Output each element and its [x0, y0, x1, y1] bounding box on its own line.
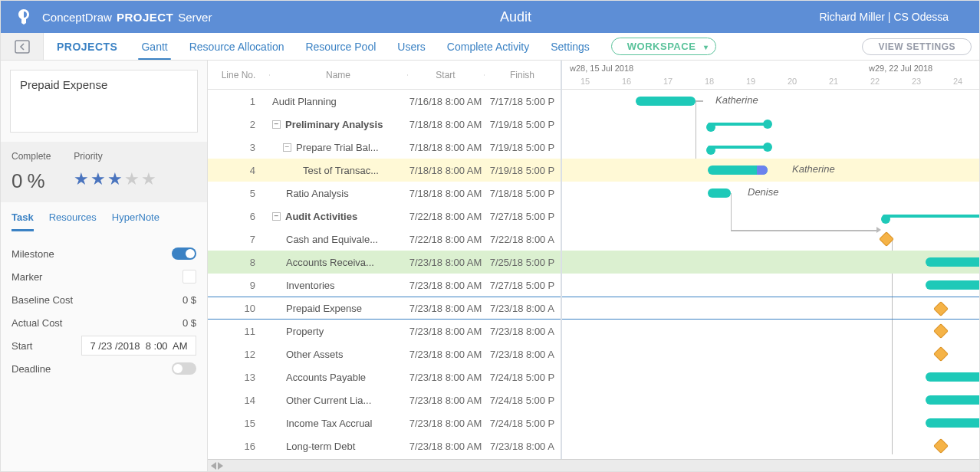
projects-link[interactable]: PROJECTS — [44, 41, 130, 53]
gantt-summary-bar[interactable] — [883, 215, 979, 218]
gantt-row[interactable] — [562, 320, 979, 343]
task-row[interactable]: 1Audit Planning7/16/18 8:00 AM7/17/18 5:… — [208, 90, 561, 113]
gantt-row[interactable] — [562, 136, 979, 159]
tab-users[interactable]: Users — [386, 33, 436, 60]
gantt-summary-bar[interactable] — [708, 123, 768, 126]
task-name-cell: Accounts Receiva... — [269, 257, 407, 268]
gantt-row[interactable]: Denise — [562, 182, 979, 205]
subtab-task[interactable]: Task — [12, 211, 34, 231]
timeline-tick: 22 — [870, 77, 880, 86]
gantt-bar[interactable] — [708, 166, 768, 175]
subtab-hypernote[interactable]: HyperNote — [112, 211, 159, 231]
gantt-bar[interactable] — [926, 280, 979, 290]
user-name: Richard Miller — [819, 11, 885, 23]
task-start: 7/23/18 8:00 AM — [407, 395, 484, 406]
gantt-bar[interactable] — [926, 395, 979, 405]
task-row[interactable]: 12Other Assets7/23/18 8:00 AM7/23/18 8:0… — [208, 343, 561, 365]
view-settings-button[interactable]: VIEW SETTINGS — [862, 38, 972, 55]
complete-unit: % — [27, 169, 44, 193]
subtab-resources[interactable]: Resources — [49, 211, 97, 231]
deadline-toggle[interactable] — [172, 362, 196, 375]
expand-toggle-icon[interactable]: − — [283, 143, 291, 152]
tab-complete-activity[interactable]: Complete Activity — [436, 33, 540, 60]
gantt-bar[interactable] — [926, 418, 979, 428]
milestone-diamond-icon[interactable] — [933, 346, 949, 362]
task-row[interactable]: 16Long-term Debt7/23/18 8:00 AM7/23/18 8… — [208, 434, 561, 457]
col-name[interactable]: Name — [269, 70, 407, 80]
col-finish[interactable]: Finish — [484, 70, 561, 80]
task-row[interactable]: 4Test of Transac...7/18/18 8:00 AM7/19/1… — [208, 159, 561, 182]
tab-resource-pool[interactable]: Resource Pool — [294, 33, 386, 60]
task-row[interactable]: 11Property7/23/18 8:00 AM7/23/18 8:00 A — [208, 320, 561, 343]
workspace-dropdown[interactable]: WORKSPACE ▾ — [611, 38, 716, 55]
user-identity[interactable]: Richard Miller | CS Odessa — [819, 11, 949, 23]
gantt-row[interactable] — [562, 434, 979, 457]
gantt-row[interactable] — [562, 205, 979, 228]
task-row[interactable]: 8Accounts Receiva...7/23/18 8:00 AM7/25/… — [208, 251, 561, 274]
task-name-cell: Other Current Lia... — [269, 395, 407, 406]
star-icon[interactable]: ★ — [74, 169, 89, 189]
task-row[interactable]: 15Income Tax Accrual7/23/18 8:00 AM7/24/… — [208, 411, 561, 434]
gantt-chart[interactable]: w28, 15 Jul 2018 w29, 22 Jul 2018 151617… — [562, 61, 979, 459]
gantt-row[interactable] — [562, 365, 979, 388]
selected-task-name[interactable]: Prepaid Expense — [10, 70, 198, 133]
horizontal-scrollbar[interactable] — [208, 459, 979, 471]
marker-label: Marker — [12, 271, 42, 283]
milestone-diamond-icon[interactable] — [933, 438, 949, 454]
col-line-no[interactable]: Line No. — [208, 70, 269, 80]
expand-toggle-icon[interactable]: − — [272, 212, 281, 221]
task-row[interactable]: 5Ratio Analysis7/18/18 8:00 AM7/18/18 5:… — [208, 182, 561, 205]
gantt-summary-bar[interactable] — [708, 146, 768, 149]
milestone-diamond-icon[interactable] — [933, 323, 949, 339]
task-row[interactable]: 14Other Current Lia...7/23/18 8:00 AM7/2… — [208, 388, 561, 411]
tab-resource-allocation[interactable]: Resource Allocation — [179, 33, 295, 60]
gantt-bar[interactable] — [636, 97, 696, 106]
gantt-row[interactable]: Katherine — [562, 159, 979, 182]
milestone-toggle[interactable] — [172, 247, 196, 260]
gantt-row[interactable] — [562, 297, 979, 320]
task-row[interactable]: 2−Preliminary Analysis7/18/18 8:00 AM7/1… — [208, 113, 561, 136]
marker-color-picker[interactable] — [183, 270, 196, 284]
tab-settings[interactable]: Settings — [540, 33, 600, 60]
milestone-diamond-icon[interactable] — [933, 301, 949, 316]
actual-cost-value: 0 $ — [183, 317, 196, 329]
gantt-row[interactable]: Katherine — [562, 90, 979, 113]
expand-toggle-icon[interactable]: − — [272, 120, 281, 129]
task-row[interactable]: 7Cash and Equivale...7/22/18 8:00 AM7/22… — [208, 228, 561, 251]
gantt-bar[interactable] — [926, 257, 979, 267]
gantt-bar[interactable] — [926, 372, 979, 382]
user-org: CS Odessa — [893, 11, 949, 23]
task-row[interactable]: 3−Prepare Trial Bal...7/18/18 8:00 AM7/1… — [208, 136, 561, 159]
tab-gantt[interactable]: Gantt — [130, 33, 178, 60]
task-name: Property — [286, 326, 324, 337]
start-date-input[interactable] — [81, 336, 196, 356]
task-name: Audit Activities — [285, 211, 357, 222]
gantt-row[interactable] — [562, 343, 979, 365]
task-finish: 7/18/18 5:00 P — [484, 188, 561, 199]
task-row[interactable]: 9Inventories7/23/18 8:00 AM7/27/18 5:00 … — [208, 274, 561, 297]
gantt-row[interactable] — [562, 274, 979, 297]
collapse-sidebar-button[interactable] — [1, 33, 44, 60]
task-row[interactable]: 6−Audit Activities7/22/18 8:00 AM7/27/18… — [208, 205, 561, 228]
star-icon[interactable]: ★ — [124, 169, 140, 189]
task-name: Prepare Trial Bal... — [296, 142, 379, 153]
gantt-row[interactable] — [562, 388, 979, 411]
star-icon[interactable]: ★ — [90, 169, 106, 189]
gantt-row[interactable] — [562, 228, 979, 251]
task-row[interactable]: 10Prepaid Expense7/23/18 8:00 AM7/23/18 … — [208, 297, 561, 320]
gantt-row[interactable] — [562, 251, 979, 274]
task-row[interactable]: 13Accounts Payable7/23/18 8:00 AM7/24/18… — [208, 365, 561, 388]
gantt-row[interactable] — [562, 411, 979, 434]
complete-value[interactable]: 0 — [12, 169, 22, 193]
task-finish: 7/19/18 5:00 P — [484, 165, 561, 176]
scroll-nav-buttons[interactable] — [211, 462, 223, 470]
timeline-tick: 16 — [622, 77, 631, 86]
gantt-bar[interactable] — [708, 188, 731, 198]
gantt-row[interactable] — [562, 113, 979, 136]
col-start[interactable]: Start — [407, 70, 484, 80]
star-icon[interactable]: ★ — [107, 169, 123, 189]
task-line-no: 2 — [208, 119, 269, 130]
star-icon[interactable]: ★ — [141, 169, 156, 189]
milestone-diamond-icon[interactable] — [879, 231, 894, 247]
priority-stars[interactable]: ★★★★★ — [74, 169, 156, 189]
